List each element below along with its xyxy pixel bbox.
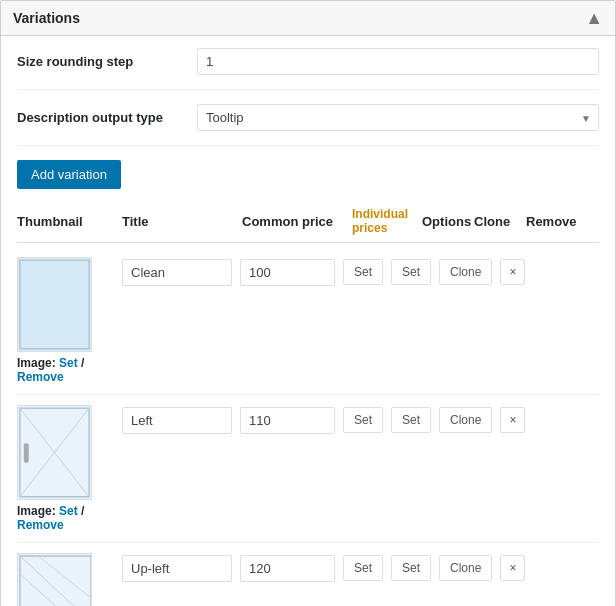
variation-fields-3: Set Set Clone ×: [122, 553, 599, 582]
image-remove-link[interactable]: Remove: [17, 370, 64, 384]
individual-prices-set-button-1[interactable]: Set: [343, 259, 383, 285]
svg-rect-6: [24, 443, 29, 462]
thumbnail-image-2: [17, 405, 92, 500]
table-row: Image: Set / Remove Set Set Clone ×: [17, 247, 599, 395]
options-set-button-3[interactable]: Set: [391, 555, 431, 581]
variation-price-input-2[interactable]: [240, 407, 335, 434]
options-set-button-1[interactable]: Set: [391, 259, 431, 285]
thumbnail-links-1: Image: Set / Remove: [17, 356, 122, 384]
description-output-label: Description output type: [17, 110, 197, 125]
thumbnail-image-3: [17, 553, 92, 606]
svg-rect-0: [18, 258, 91, 350]
panel-toggle-icon[interactable]: ▲: [585, 9, 603, 27]
image-remove-link[interactable]: Remove: [17, 518, 64, 532]
image-set-link[interactable]: Set: [59, 504, 78, 518]
description-output-row: Description output type Tooltip Inline N…: [17, 104, 599, 146]
image-prefix: Image:: [17, 504, 56, 518]
clone-button-2[interactable]: Clone: [439, 407, 492, 433]
thumbnail-svg-2: [18, 406, 91, 499]
col-header-common-price: Common price: [242, 214, 352, 229]
col-header-title: Title: [122, 214, 242, 229]
variations-table: Thumbnail Title Common price Individual …: [17, 203, 599, 606]
thumbnail-links-2: Image: Set / Remove: [17, 504, 122, 532]
col-header-remove: Remove: [526, 214, 562, 229]
table-row: Image: Set / Remove Set Set Clone ×: [17, 395, 599, 543]
thumbnail-image-1: [17, 257, 92, 352]
clone-button-3[interactable]: Clone: [439, 555, 492, 581]
thumbnail-svg-3: [18, 554, 92, 606]
variation-thumbnail-1: Image: Set / Remove: [17, 257, 122, 384]
size-rounding-label: Size rounding step: [17, 54, 197, 69]
thumbnail-svg-1: [18, 258, 91, 351]
remove-button-2[interactable]: ×: [500, 407, 525, 433]
variations-panel: Variations ▲ Size rounding step Descript…: [0, 0, 616, 606]
variation-title-input-2[interactable]: [122, 407, 232, 434]
panel-header: Variations ▲: [1, 1, 615, 36]
variation-price-input-3[interactable]: [240, 555, 335, 582]
description-output-select[interactable]: Tooltip Inline None: [197, 104, 599, 131]
remove-button-1[interactable]: ×: [500, 259, 525, 285]
options-set-button-2[interactable]: Set: [391, 407, 431, 433]
individual-prices-set-button-2[interactable]: Set: [343, 407, 383, 433]
table-header: Thumbnail Title Common price Individual …: [17, 203, 599, 243]
add-variation-button[interactable]: Add variation: [17, 160, 121, 189]
variation-thumbnail-2: Image: Set / Remove: [17, 405, 122, 532]
image-set-link[interactable]: Set: [59, 356, 78, 370]
col-header-clone: Clone: [474, 214, 526, 229]
table-row: Set Set Clone ×: [17, 543, 599, 606]
clone-button-1[interactable]: Clone: [439, 259, 492, 285]
variation-price-input-1[interactable]: [240, 259, 335, 286]
svg-rect-7: [18, 554, 92, 606]
col-header-thumbnail: Thumbnail: [17, 214, 122, 229]
variation-fields-2: Set Set Clone ×: [122, 405, 599, 434]
description-output-wrapper: Tooltip Inline None ▼: [197, 104, 599, 131]
panel-title: Variations: [13, 10, 80, 26]
col-header-options: Options: [422, 214, 474, 229]
panel-body: Size rounding step Description output ty…: [1, 36, 615, 606]
image-prefix: Image:: [17, 356, 56, 370]
variation-fields-1: Set Set Clone ×: [122, 257, 599, 286]
size-rounding-row: Size rounding step: [17, 48, 599, 90]
variation-thumbnail-3: [17, 553, 122, 606]
size-rounding-input[interactable]: [197, 48, 599, 75]
individual-prices-set-button-3[interactable]: Set: [343, 555, 383, 581]
remove-button-3[interactable]: ×: [500, 555, 525, 581]
col-header-individual-prices: Individual prices: [352, 207, 422, 236]
variation-title-input-1[interactable]: [122, 259, 232, 286]
variation-title-input-3[interactable]: [122, 555, 232, 582]
